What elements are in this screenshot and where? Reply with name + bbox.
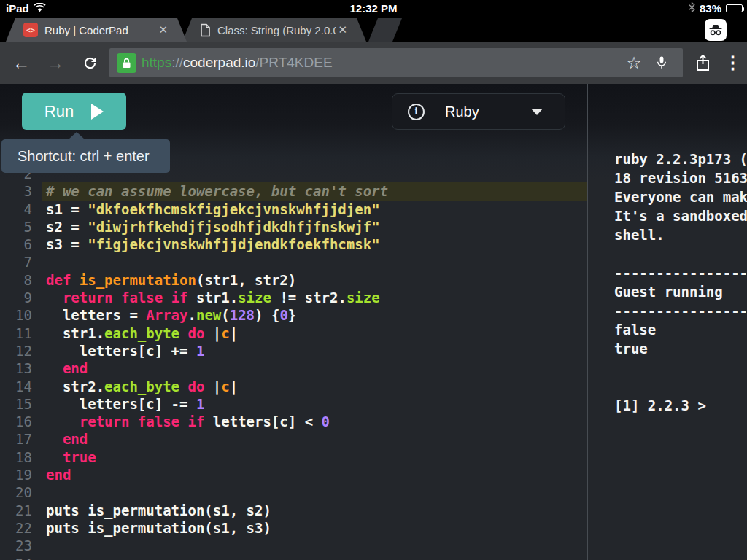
editor-line: 18 true xyxy=(0,448,587,466)
line-code: s1 = "dkfoekfhcmskfigjekcjvnskwhfjjdjen" xyxy=(42,201,587,218)
forward-button[interactable]: → xyxy=(39,42,72,84)
line-number: 10 xyxy=(0,306,42,324)
ios-status-bar: iPad 12:32 PM 83% xyxy=(0,0,747,18)
editor-line: 21puts is_permutation(s1, s2) xyxy=(0,502,587,519)
line-code: true xyxy=(42,448,587,466)
clock: 12:32 PM xyxy=(0,2,747,15)
line-code xyxy=(42,537,587,554)
line-number: 24 xyxy=(0,555,42,560)
line-number: 3 xyxy=(0,182,42,200)
line-code: end xyxy=(42,359,587,377)
console-line: [1] 2.2.3 > xyxy=(614,396,747,415)
url-separator: :// xyxy=(171,55,183,70)
incognito-tabs-button[interactable] xyxy=(705,19,727,41)
editor-line: 17 end xyxy=(0,430,587,448)
line-code xyxy=(42,555,587,560)
screen: iPad 12:32 PM 83% xyxy=(0,0,747,560)
editor-line: 15 letters[c] -= 1 xyxy=(0,395,587,413)
tooltip-text: Shortcut: ctrl + enter xyxy=(18,148,150,165)
tab-ruby-coderpad[interactable]: <> Ruby | CoderPad ✕ xyxy=(6,18,187,42)
line-number: 20 xyxy=(0,483,42,501)
editor-line: 8def is_permutation(str1, str2) xyxy=(0,271,587,289)
bookmark-star-icon[interactable]: ☆ xyxy=(620,48,648,77)
tab-title: Class: String (Ruby 2.0.0) xyxy=(217,24,336,36)
console-line: 18 revision 5163 xyxy=(614,168,747,187)
line-code: letters[c] -= 1 xyxy=(42,395,587,413)
tooltip-arrow xyxy=(69,132,85,139)
console-line: ---------------- xyxy=(614,263,747,282)
editor-line: 3# we can assume lowercase, but can't so… xyxy=(0,182,587,200)
bluetooth-icon xyxy=(689,2,695,15)
code-lines: 23# we can assume lowercase, but can't s… xyxy=(0,165,587,560)
line-number: 18 xyxy=(0,448,42,466)
close-tab-icon[interactable]: ✕ xyxy=(157,23,169,36)
console-line xyxy=(614,358,747,377)
line-code: # we can assume lowercase, but can't sor… xyxy=(42,182,587,200)
line-code: str1.each_byte do |c| xyxy=(42,324,587,342)
editor-line: 20 xyxy=(0,483,587,501)
back-button[interactable]: ← xyxy=(4,42,38,84)
close-tab-icon[interactable]: ✕ xyxy=(336,23,349,36)
editor-line: 4s1 = "dkfoekfhcmskfigjekcjvnskwhfjjdjen… xyxy=(0,201,587,218)
line-number: 4 xyxy=(0,201,42,218)
line-number: 17 xyxy=(0,430,42,448)
line-number: 16 xyxy=(0,413,42,430)
line-number: 13 xyxy=(0,359,42,377)
line-number: 8 xyxy=(0,271,42,289)
coderpad-app: Run Shortcut: ctrl + enter i Ruby 23# we… xyxy=(0,84,747,560)
line-code: def is_permutation(str1, str2) xyxy=(42,271,587,289)
browser-toolbar: ← → https://coderpad.io/PRT4KDEE ☆ xyxy=(0,42,747,84)
console-line: ---------------- xyxy=(614,301,747,320)
line-number: 9 xyxy=(0,289,42,306)
line-number: 19 xyxy=(0,466,42,483)
coderpad-favicon-icon: <> xyxy=(23,23,38,37)
run-shortcut-tooltip: Shortcut: ctrl + enter xyxy=(1,139,170,173)
line-code: return false if letters[c] < 0 xyxy=(42,413,587,430)
line-code: s2 = "diwjrhfkehdjfjsodhfjdkdhfjfnskwjf" xyxy=(42,218,587,236)
reload-button[interactable] xyxy=(73,42,107,84)
editor-line: 11 str1.each_byte do |c| xyxy=(0,324,587,342)
console-body: ruby 2.2.3p173 (218 revision 5163Everyon… xyxy=(588,84,747,415)
document-icon xyxy=(200,23,211,37)
editor-line: 12 letters[c] += 1 xyxy=(0,342,587,359)
line-number: 5 xyxy=(0,218,42,236)
share-icon[interactable] xyxy=(686,42,719,84)
line-code: str2.each_byte do |c| xyxy=(42,378,587,395)
tab-title: Ruby | CoderPad xyxy=(44,24,157,36)
editor-line: 23 xyxy=(0,537,587,554)
line-code: s3 = "figjekcjvnskwhfjjdjendkfoekfhcmsk" xyxy=(42,236,587,253)
line-code: letters = Array.new(128) {0} xyxy=(42,306,587,324)
editor-line: 7 xyxy=(0,253,587,271)
console-line xyxy=(614,377,747,396)
tab-ruby-doc[interactable]: Class: String (Ruby 2.0.0) ✕ xyxy=(182,18,366,42)
tab-strip: <> Ruby | CoderPad ✕ Class: String (Ruby… xyxy=(0,18,747,42)
line-code: letters[c] += 1 xyxy=(42,342,587,359)
menu-dots-icon[interactable]: ⋮ xyxy=(719,42,747,84)
editor-line: 13 end xyxy=(0,359,587,377)
editor-line: 14 str2.each_byte do |c| xyxy=(0,378,587,395)
line-code xyxy=(42,483,587,501)
console-line: It's a sandboxed xyxy=(614,206,747,225)
url-path: /PRT4KDEE xyxy=(255,55,332,70)
line-code: return false if str1.size != str2.size xyxy=(42,289,587,306)
console-line: Everyone can mak xyxy=(614,187,747,206)
url-scheme: https xyxy=(142,55,171,70)
battery-percent: 83% xyxy=(700,2,721,15)
editor-line: 10 letters = Array.new(128) {0} xyxy=(0,306,587,324)
console-line: ruby 2.2.3p173 (2 xyxy=(614,149,747,168)
url-bar[interactable]: https://coderpad.io/PRT4KDEE ☆ xyxy=(109,48,683,77)
line-code: puts is_permutation(s1, s2) xyxy=(42,502,587,519)
editor-line: 22puts is_permutation(s1, s3) xyxy=(0,519,587,537)
line-code: end xyxy=(42,430,587,448)
voice-search-mic-icon[interactable] xyxy=(648,48,676,77)
new-tab-stub[interactable] xyxy=(368,18,402,42)
console-line: false xyxy=(614,320,747,339)
line-number: 6 xyxy=(0,236,42,253)
line-number: 21 xyxy=(0,502,42,519)
output-console[interactable]: ruby 2.2.3p173 (218 revision 5163Everyon… xyxy=(588,84,747,560)
ssl-lock-icon[interactable] xyxy=(117,53,136,73)
url-text: https://coderpad.io/PRT4KDEE xyxy=(142,55,620,71)
line-number: 23 xyxy=(0,537,42,554)
line-number: 11 xyxy=(0,324,42,342)
console-line: Guest running xyxy=(614,282,747,301)
